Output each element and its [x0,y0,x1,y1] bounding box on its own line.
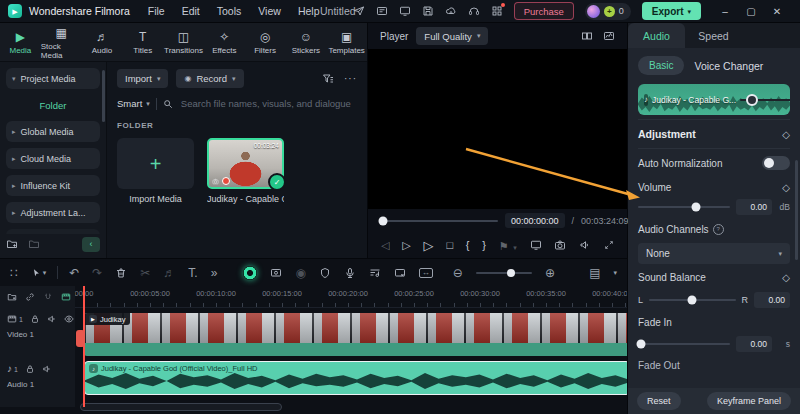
hide-track-eye-icon[interactable] [64,314,74,324]
keyframe-diamond-icon[interactable]: ◇ [782,129,790,140]
sidebar-scrollbar[interactable] [102,70,105,122]
tab-audio[interactable]: ♬Audio [82,29,123,55]
mute-track-icon[interactable] [42,364,52,374]
next-frame-button[interactable]: ▷ [402,240,410,251]
record-voice-mic-button[interactable] [344,267,356,279]
split-view-icon[interactable] [581,30,593,42]
avatar[interactable] [587,5,600,18]
sidebar-item-influence-kit[interactable]: ▸ Influence Kit [6,175,100,196]
mark-out-button[interactable]: } [482,240,486,251]
split-scissors-button[interactable]: ✂ [140,267,150,279]
quality-dropdown[interactable]: Full Quality ▾ [416,27,488,45]
tab-media[interactable]: ▶Media [0,29,41,55]
tab-transitions[interactable]: ◫Transitions [163,29,204,55]
restore-button[interactable]: ▢ [738,6,764,17]
mute-button[interactable] [579,239,591,251]
timeline-ruler[interactable]: 00:0000:00:05:0000:00:10:0000:00:15:0000… [75,286,627,308]
support-headset-icon[interactable] [468,5,480,17]
filter-sort-icon[interactable] [322,73,334,85]
share-icon[interactable] [353,5,365,17]
volume-slider[interactable] [638,206,730,208]
sidebar-item-global-media[interactable]: ▸ Global Media [6,121,100,142]
fade-in-value[interactable]: 0.00 [736,336,772,352]
sidebar-item-cloud-media[interactable]: ▸ Cloud Media [6,148,100,169]
select-tool[interactable]: ▾ [31,268,47,278]
snap-magnet-icon[interactable] [43,292,53,302]
keyframe-track-icon[interactable] [61,292,71,302]
auto-normalization-toggle[interactable] [762,156,790,170]
auto-captions-button[interactable] [369,267,381,279]
screen-recorder-button[interactable] [270,267,282,279]
scopes-icon[interactable] [603,30,615,42]
tab-stock-media[interactable]: ▦Stock Media [41,25,82,60]
media-browser-toggle-icon[interactable]: ∷ [10,267,18,279]
zoom-in-button[interactable]: ⊕ [545,267,555,279]
volume-value[interactable]: 0.00 [736,199,772,215]
mirror-display-button[interactable] [530,239,542,251]
lock-track-icon[interactable] [30,314,40,324]
delete-button[interactable] [115,267,127,279]
audio-clip-selected[interactable]: ♪ Judikay - Capable God (Official Video)… [84,361,627,395]
account-wallet[interactable]: + 0 [585,3,631,20]
more-icon[interactable]: ··· [344,73,357,84]
redo-button[interactable]: ↷ [92,267,102,279]
link-clips-icon[interactable] [25,292,35,302]
smart-edit-ai-button[interactable] [243,266,257,280]
tab-effects[interactable]: ✧Effects [204,29,245,55]
zoom-slider-thumb[interactable] [507,269,515,277]
keyframe-panel-button[interactable]: Keyframe Panel [707,392,791,410]
seek-bar[interactable] [380,220,498,222]
import-media-card[interactable]: + Import Media [117,138,194,204]
snapshot-button[interactable] [554,239,566,251]
delete-folder-icon[interactable] [28,238,40,250]
collapse-sidebar-button[interactable]: ‹ [82,237,100,252]
new-folder-icon[interactable] [6,238,18,250]
cloud-upload-icon[interactable] [445,5,457,17]
media-clip-card[interactable]: 00:03:24 ✓ Judikay - Capable God... [207,138,284,204]
selected-clip-preview[interactable]: ♪ Judikay - Capable G... [638,84,790,115]
screen-mirror-icon[interactable] [399,5,411,17]
close-button[interactable]: ✕ [764,6,790,17]
minimize-button[interactable]: – [712,6,738,17]
zoom-to-fit-button[interactable]: ↔ [419,268,433,278]
more-tools-button[interactable]: » [211,267,218,279]
tab-templates[interactable]: ▣Templates [326,29,367,55]
record-voiceover-disabled-icon[interactable]: ◉ [295,267,305,279]
mark-in-button[interactable]: { [466,240,470,251]
tab-speed[interactable]: Speed [685,23,742,48]
menu-file[interactable]: File [148,5,165,17]
save-icon[interactable] [422,5,434,17]
stop-button[interactable]: □ [446,240,453,251]
marker-button[interactable]: ⚑ ▾ [499,236,517,254]
search-input[interactable] [179,97,357,110]
keyframe-diamond-icon[interactable]: ◇ [782,182,790,193]
subtab-basic[interactable]: Basic [638,56,684,75]
tab-audio[interactable]: Audio [628,23,685,48]
balance-slider[interactable] [649,299,735,301]
playhead-grip[interactable] [76,330,85,347]
video-clip[interactable]: ▶ Judikay [84,313,627,356]
denoise-shield-button[interactable] [319,267,331,279]
feedback-panel-icon[interactable] [376,5,388,17]
seek-thumb[interactable] [379,216,388,225]
volume-slider-thumb[interactable] [691,203,700,212]
apps-grid-icon[interactable] [491,5,503,17]
sidebar-item-adjustment-layer[interactable]: ▸ Adjustment La... [6,202,100,223]
balance-slider-thumb[interactable] [688,296,697,305]
previous-frame-button[interactable]: ◁ [381,240,389,251]
menu-edit[interactable]: Edit [182,5,200,17]
sidebar-item-project-media[interactable]: ▾ Project Media [6,68,100,89]
audio-channels-select[interactable]: None ▾ [638,243,790,264]
timeline-horizontal-scrollbar[interactable] [80,403,282,411]
clip-thumbnail[interactable]: 00:03:24 ✓ [207,138,284,189]
lock-track-icon[interactable] [25,364,35,374]
record-button[interactable]: ◉ Record ▾ [176,69,243,88]
inspector-scrollbar[interactable] [795,160,798,260]
reset-button[interactable]: Reset [637,392,681,410]
purchase-button[interactable]: Purchase [514,2,574,20]
mute-track-icon[interactable] [47,314,57,324]
import-button[interactable]: Import ▾ [117,69,168,88]
smart-filter-dropdown[interactable]: Smart ▾ [117,98,150,109]
timeline-zoom-slider[interactable] [476,272,532,274]
menu-help[interactable]: Help [298,5,320,17]
